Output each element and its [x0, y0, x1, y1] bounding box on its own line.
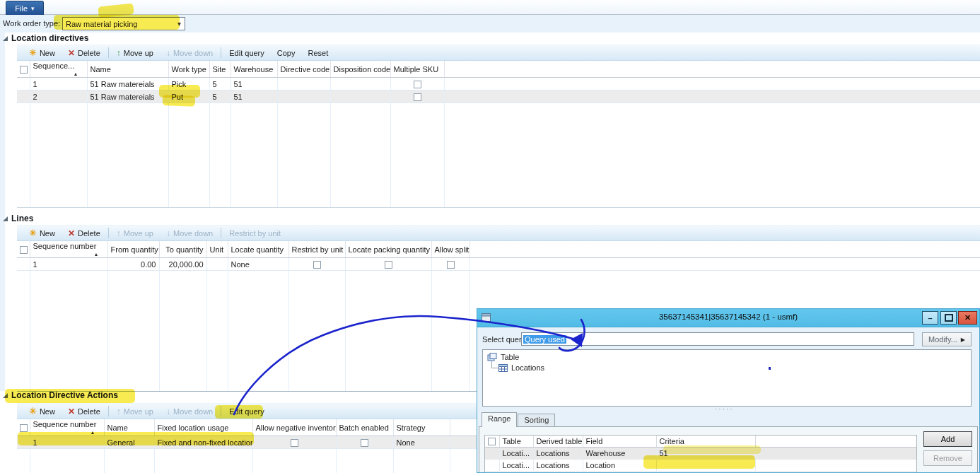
edit-query-button[interactable]: Edit query: [223, 45, 271, 60]
sort-asc-icon: ▲: [94, 252, 99, 257]
delete-button[interactable]: ✕Delete: [62, 404, 107, 419]
col-warehouse[interactable]: Warehouse: [231, 61, 277, 78]
tree-node-locations[interactable]: Locations: [498, 363, 544, 372]
checkbox-icon: [488, 438, 496, 445]
move-up-button[interactable]: ↑Move up: [110, 226, 160, 240]
toolbar-separator: [221, 228, 221, 238]
row-checkbox-cell[interactable]: [485, 460, 499, 472]
dialog-title: 35637145341|35637145342 (1 - usmf): [477, 313, 979, 321]
col-from-quantity[interactable]: From quantity: [107, 241, 159, 258]
select-all-checkbox[interactable]: [17, 61, 30, 78]
section-header-lines[interactable]: Lines: [3, 214, 33, 223]
sort-asc-icon: ▲: [74, 71, 78, 76]
col-multiple-sku[interactable]: Multiple SKU: [390, 61, 444, 78]
close-button[interactable]: ✕: [958, 311, 977, 325]
col-field[interactable]: Field: [583, 436, 656, 448]
col-strategy[interactable]: Strategy: [393, 419, 450, 436]
multiple-sku-checkbox[interactable]: [390, 90, 444, 103]
add-button[interactable]: Add: [923, 431, 972, 447]
restrict-by-unit-checkbox[interactable]: [288, 258, 345, 271]
copy-button[interactable]: Copy: [271, 45, 302, 60]
row-checkbox-cell[interactable]: [17, 78, 30, 90]
new-button[interactable]: ✳New: [23, 226, 62, 240]
tab-range[interactable]: Range: [482, 412, 517, 427]
col-table[interactable]: Table: [499, 436, 533, 448]
dialog-tabs: Range Sorting: [482, 413, 556, 427]
col-allow-split[interactable]: Allow split: [431, 241, 469, 258]
row-checkbox-cell[interactable]: [17, 90, 30, 103]
col-filler: [444, 61, 980, 78]
col-name[interactable]: Name: [87, 61, 168, 78]
query-table-tree: Table Locations: [482, 349, 972, 407]
col-to-quantity[interactable]: To quantity: [159, 241, 206, 258]
grid-header-row: Sequence number▲ From quantity To quanti…: [17, 241, 980, 258]
new-button[interactable]: ✳New: [23, 45, 62, 60]
select-all-checkbox[interactable]: [17, 241, 30, 258]
file-menu-button[interactable]: File ▾: [6, 1, 44, 16]
col-derived-table[interactable]: Derived table: [533, 436, 583, 448]
highlight-edit-query: [215, 405, 263, 419]
grid-empty-area: [17, 103, 980, 208]
col-restrict-by-unit[interactable]: Restrict by unit: [288, 241, 345, 258]
toolbar-separator: [108, 228, 109, 238]
checkbox-icon: [414, 81, 421, 88]
checkbox-icon: [20, 66, 28, 74]
restrict-by-unit-button[interactable]: Restrict by unit: [223, 226, 287, 240]
close-icon: ✕: [964, 313, 971, 322]
allow-split-checkbox[interactable]: [431, 258, 469, 271]
select-all-checkbox[interactable]: [485, 436, 499, 448]
new-icon: ✳: [29, 48, 37, 57]
multiple-sku-checkbox[interactable]: [390, 78, 444, 90]
minimize-icon: –: [928, 314, 932, 322]
highlight-put-tail: [163, 95, 195, 107]
expander-triangle-icon: [3, 216, 8, 221]
select-query-input[interactable]: Query used: [521, 332, 914, 346]
reset-button[interactable]: Reset: [301, 45, 334, 60]
move-up-button[interactable]: ↑Move up: [110, 404, 160, 419]
col-sequence-number[interactable]: Sequence number▲: [30, 241, 107, 258]
stray-ink-dot: [769, 367, 771, 370]
checkbox-icon: [414, 93, 421, 101]
col-directive-code[interactable]: Directive code: [277, 61, 330, 78]
checkbox-icon: [385, 261, 392, 269]
location-directives-grid: Sequence...▲ Name Work type Site Warehou…: [17, 61, 980, 208]
col-batch-enabled[interactable]: Batch enabled: [336, 419, 393, 436]
maximize-button[interactable]: [940, 311, 957, 325]
section-header-location-directives[interactable]: Location directives: [3, 33, 88, 43]
move-down-button[interactable]: ↓Move down: [160, 404, 219, 419]
move-up-button[interactable]: ↑Move up: [110, 45, 160, 60]
allow-negative-inventory-checkbox[interactable]: [252, 436, 336, 449]
col-work-type[interactable]: Work type: [168, 61, 209, 78]
delete-button[interactable]: ✕Delete: [62, 226, 107, 240]
remove-button[interactable]: Remove: [923, 450, 972, 466]
col-allow-negative-inventory[interactable]: Allow negative inventory: [252, 419, 336, 436]
table-row[interactable]: 1 0.00 20,000.00 None: [17, 258, 980, 271]
col-site[interactable]: Site: [209, 61, 231, 78]
new-button[interactable]: ✳New: [23, 404, 62, 419]
move-down-button[interactable]: ↓Move down: [160, 226, 219, 240]
tab-sorting[interactable]: Sorting: [518, 414, 555, 427]
dialog-titlebar[interactable]: 35637145341|35637145342 (1 - usmf) – ✕: [477, 309, 979, 327]
toolbar-separator: [221, 47, 221, 58]
checkbox-icon: [20, 424, 28, 432]
col-locate-quantity[interactable]: Locate quantity: [228, 241, 288, 258]
col-filler: [755, 436, 916, 448]
col-disposition-code[interactable]: Disposition code: [330, 61, 390, 78]
col-sequence[interactable]: Sequence...▲: [30, 61, 87, 78]
col-locate-packing-quantity[interactable]: Locate packing quantity: [345, 241, 431, 258]
checkbox-icon: [20, 246, 28, 254]
row-checkbox-cell[interactable]: [17, 258, 30, 271]
modify-button[interactable]: Modify... ▶: [922, 332, 972, 346]
delete-button[interactable]: ✕Delete: [62, 45, 107, 60]
minimize-button[interactable]: –: [922, 311, 938, 325]
batch-enabled-checkbox[interactable]: [336, 436, 393, 449]
checkbox-icon: [313, 261, 321, 269]
splitter-handle[interactable]: ·····: [715, 405, 734, 413]
checkbox-icon: [361, 439, 368, 447]
row-checkbox-cell[interactable]: [485, 448, 499, 460]
select-query-value: Query used: [523, 335, 566, 344]
tree-node-table[interactable]: Table: [487, 353, 519, 361]
move-down-button[interactable]: ↓Move down: [160, 45, 219, 60]
locate-packing-quantity-checkbox[interactable]: [345, 258, 431, 271]
col-unit[interactable]: Unit: [206, 241, 228, 258]
